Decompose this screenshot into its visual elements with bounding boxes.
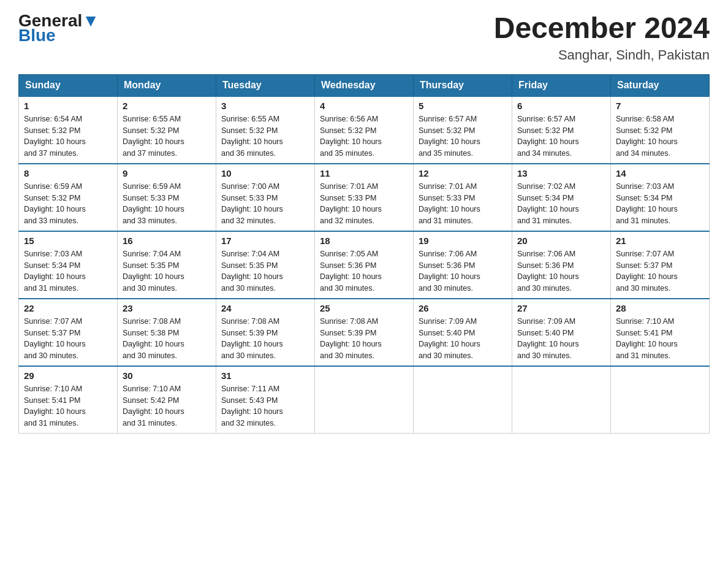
day-info: Sunrise: 6:57 AMSunset: 5:32 PMDaylight:…	[419, 113, 507, 159]
calendar-header-row: SundayMondayTuesdayWednesdayThursdayFrid…	[19, 74, 710, 96]
day-info: Sunrise: 7:10 AMSunset: 5:42 PMDaylight:…	[123, 383, 211, 429]
logo-bottom: Blue	[18, 27, 99, 44]
calendar-week-row: 22Sunrise: 7:07 AMSunset: 5:37 PMDayligh…	[19, 299, 710, 366]
calendar-cell: 24Sunrise: 7:08 AMSunset: 5:39 PMDayligh…	[216, 299, 315, 366]
page-subtitle: Sanghar, Sindh, Pakistan	[494, 47, 710, 63]
calendar-cell: 9Sunrise: 6:59 AMSunset: 5:33 PMDaylight…	[118, 164, 216, 231]
day-info: Sunrise: 6:55 AMSunset: 5:32 PMDaylight:…	[123, 113, 211, 159]
day-info: Sunrise: 6:58 AMSunset: 5:32 PMDaylight:…	[616, 113, 704, 159]
calendar-week-row: 1Sunrise: 6:54 AMSunset: 5:32 PMDaylight…	[19, 96, 710, 164]
logo: General▼ Blue	[18, 12, 99, 44]
day-number: 14	[616, 168, 704, 178]
page-header: General▼ Blue December 2024 Sanghar, Sin…	[18, 12, 710, 63]
day-number: 5	[419, 101, 507, 111]
calendar-cell: 22Sunrise: 7:07 AMSunset: 5:37 PMDayligh…	[19, 299, 118, 366]
calendar-cell	[315, 366, 414, 434]
calendar-cell: 17Sunrise: 7:04 AMSunset: 5:35 PMDayligh…	[216, 231, 315, 299]
calendar-cell: 13Sunrise: 7:02 AMSunset: 5:34 PMDayligh…	[512, 164, 611, 231]
day-number: 27	[517, 303, 605, 313]
calendar-cell: 19Sunrise: 7:06 AMSunset: 5:36 PMDayligh…	[414, 231, 512, 299]
weekday-header-saturday: Saturday	[611, 74, 710, 96]
weekday-header-sunday: Sunday	[19, 74, 118, 96]
calendar-cell: 18Sunrise: 7:05 AMSunset: 5:36 PMDayligh…	[315, 231, 414, 299]
day-number: 20	[517, 236, 605, 246]
day-info: Sunrise: 6:59 AMSunset: 5:33 PMDaylight:…	[123, 181, 211, 227]
day-info: Sunrise: 7:08 AMSunset: 5:39 PMDaylight:…	[221, 316, 309, 362]
weekday-header-wednesday: Wednesday	[315, 74, 414, 96]
calendar-week-row: 8Sunrise: 6:59 AMSunset: 5:32 PMDaylight…	[19, 164, 710, 231]
day-info: Sunrise: 7:06 AMSunset: 5:36 PMDaylight:…	[419, 248, 507, 294]
day-number: 6	[517, 101, 605, 111]
day-info: Sunrise: 6:59 AMSunset: 5:32 PMDaylight:…	[24, 181, 112, 227]
day-info: Sunrise: 7:03 AMSunset: 5:34 PMDaylight:…	[24, 248, 112, 294]
calendar-table: SundayMondayTuesdayWednesdayThursdayFrid…	[18, 74, 710, 434]
calendar-cell: 4Sunrise: 6:56 AMSunset: 5:32 PMDaylight…	[315, 96, 414, 164]
day-number: 1	[24, 101, 112, 111]
day-number: 12	[419, 168, 507, 178]
day-info: Sunrise: 7:08 AMSunset: 5:38 PMDaylight:…	[123, 316, 211, 362]
calendar-week-row: 29Sunrise: 7:10 AMSunset: 5:41 PMDayligh…	[19, 366, 710, 434]
day-info: Sunrise: 7:11 AMSunset: 5:43 PMDaylight:…	[221, 383, 309, 429]
day-number: 25	[320, 303, 408, 313]
weekday-header-monday: Monday	[118, 74, 216, 96]
day-number: 3	[221, 101, 309, 111]
day-info: Sunrise: 7:00 AMSunset: 5:33 PMDaylight:…	[221, 181, 309, 227]
day-number: 24	[221, 303, 309, 313]
calendar-cell: 21Sunrise: 7:07 AMSunset: 5:37 PMDayligh…	[611, 231, 710, 299]
weekday-header-friday: Friday	[512, 74, 611, 96]
calendar-cell: 6Sunrise: 6:57 AMSunset: 5:32 PMDaylight…	[512, 96, 611, 164]
day-number: 2	[123, 101, 211, 111]
calendar-cell	[512, 366, 611, 434]
calendar-cell: 12Sunrise: 7:01 AMSunset: 5:33 PMDayligh…	[414, 164, 512, 231]
weekday-header-thursday: Thursday	[414, 74, 512, 96]
day-number: 13	[517, 168, 605, 178]
day-info: Sunrise: 7:10 AMSunset: 5:41 PMDaylight:…	[24, 383, 112, 429]
calendar-cell: 14Sunrise: 7:03 AMSunset: 5:34 PMDayligh…	[611, 164, 710, 231]
calendar-cell: 5Sunrise: 6:57 AMSunset: 5:32 PMDaylight…	[414, 96, 512, 164]
day-info: Sunrise: 7:05 AMSunset: 5:36 PMDaylight:…	[320, 248, 408, 294]
day-info: Sunrise: 7:09 AMSunset: 5:40 PMDaylight:…	[517, 316, 605, 362]
day-info: Sunrise: 6:54 AMSunset: 5:32 PMDaylight:…	[24, 113, 112, 159]
calendar-cell: 11Sunrise: 7:01 AMSunset: 5:33 PMDayligh…	[315, 164, 414, 231]
calendar-cell: 1Sunrise: 6:54 AMSunset: 5:32 PMDaylight…	[19, 96, 118, 164]
calendar-cell: 27Sunrise: 7:09 AMSunset: 5:40 PMDayligh…	[512, 299, 611, 366]
day-info: Sunrise: 7:09 AMSunset: 5:40 PMDaylight:…	[419, 316, 507, 362]
day-info: Sunrise: 7:07 AMSunset: 5:37 PMDaylight:…	[616, 248, 704, 294]
calendar-cell: 25Sunrise: 7:08 AMSunset: 5:39 PMDayligh…	[315, 299, 414, 366]
day-number: 22	[24, 303, 112, 313]
calendar-cell: 7Sunrise: 6:58 AMSunset: 5:32 PMDaylight…	[611, 96, 710, 164]
day-number: 16	[123, 236, 211, 246]
day-info: Sunrise: 6:57 AMSunset: 5:32 PMDaylight:…	[517, 113, 605, 159]
day-number: 15	[24, 236, 112, 246]
day-info: Sunrise: 7:03 AMSunset: 5:34 PMDaylight:…	[616, 181, 704, 227]
day-number: 30	[123, 370, 211, 381]
calendar-cell	[611, 366, 710, 434]
day-info: Sunrise: 7:06 AMSunset: 5:36 PMDaylight:…	[517, 248, 605, 294]
calendar-cell: 3Sunrise: 6:55 AMSunset: 5:32 PMDaylight…	[216, 96, 315, 164]
calendar-cell: 31Sunrise: 7:11 AMSunset: 5:43 PMDayligh…	[216, 366, 315, 434]
day-number: 4	[320, 101, 408, 111]
calendar-cell: 23Sunrise: 7:08 AMSunset: 5:38 PMDayligh…	[118, 299, 216, 366]
day-info: Sunrise: 7:02 AMSunset: 5:34 PMDaylight:…	[517, 181, 605, 227]
day-number: 28	[616, 303, 704, 313]
day-info: Sunrise: 7:07 AMSunset: 5:37 PMDaylight:…	[24, 316, 112, 362]
day-number: 31	[221, 370, 309, 381]
calendar-cell: 10Sunrise: 7:00 AMSunset: 5:33 PMDayligh…	[216, 164, 315, 231]
calendar-week-row: 15Sunrise: 7:03 AMSunset: 5:34 PMDayligh…	[19, 231, 710, 299]
day-info: Sunrise: 7:04 AMSunset: 5:35 PMDaylight:…	[221, 248, 309, 294]
day-info: Sunrise: 6:55 AMSunset: 5:32 PMDaylight:…	[221, 113, 309, 159]
day-number: 21	[616, 236, 704, 246]
day-info: Sunrise: 6:56 AMSunset: 5:32 PMDaylight:…	[320, 113, 408, 159]
weekday-header-tuesday: Tuesday	[216, 74, 315, 96]
calendar-cell: 29Sunrise: 7:10 AMSunset: 5:41 PMDayligh…	[19, 366, 118, 434]
day-info: Sunrise: 7:01 AMSunset: 5:33 PMDaylight:…	[320, 181, 408, 227]
day-number: 9	[123, 168, 211, 178]
calendar-cell: 30Sunrise: 7:10 AMSunset: 5:42 PMDayligh…	[118, 366, 216, 434]
calendar-cell: 26Sunrise: 7:09 AMSunset: 5:40 PMDayligh…	[414, 299, 512, 366]
day-number: 19	[419, 236, 507, 246]
day-number: 26	[419, 303, 507, 313]
calendar-cell: 8Sunrise: 6:59 AMSunset: 5:32 PMDaylight…	[19, 164, 118, 231]
day-info: Sunrise: 7:08 AMSunset: 5:39 PMDaylight:…	[320, 316, 408, 362]
calendar-cell: 16Sunrise: 7:04 AMSunset: 5:35 PMDayligh…	[118, 231, 216, 299]
day-number: 23	[123, 303, 211, 313]
